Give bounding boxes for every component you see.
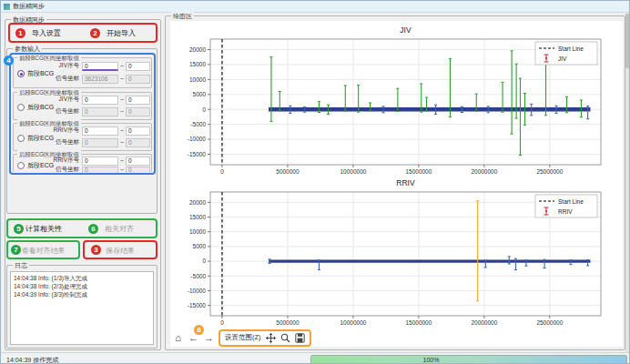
- log-group-title: 日志: [13, 261, 29, 269]
- svg-text:-15000: -15000: [188, 151, 207, 157]
- svg-text:15000: 15000: [189, 214, 206, 220]
- status-bar: 14:04:39 操作完成 100%: [1, 352, 629, 364]
- signal-coord-to-input: [126, 75, 150, 84]
- svg-text:0: 0: [220, 319, 224, 326]
- signal-coord-row-3: 信号坐标 ~: [50, 137, 150, 147]
- svg-text:20000: 20000: [189, 46, 206, 53]
- svg-text:5000000: 5000000: [276, 319, 300, 326]
- tilde-sep: ~: [120, 76, 124, 82]
- svg-text:20000000: 20000000: [471, 319, 497, 326]
- signal-coord-to-input-4: [126, 167, 150, 174]
- jiv-index-to-input-2[interactable]: [126, 96, 150, 105]
- som-badge-4: 4: [4, 56, 14, 66]
- som-badge-7: 7: [11, 245, 21, 255]
- som-badge-8: 8: [194, 325, 204, 335]
- svg-text:20000: 20000: [189, 199, 206, 206]
- rear-bcg-radio-dot[interactable]: [17, 104, 25, 111]
- signal-coord-from-input: [82, 75, 118, 84]
- svg-text:15000000: 15000000: [405, 319, 432, 326]
- svg-text:-5000: -5000: [190, 121, 206, 127]
- range-tool-annotation-box: 设置范围(Z): [218, 329, 311, 347]
- svg-text:-10000: -10000: [188, 288, 207, 294]
- rriv-index-row-1: RRIV序号 ~: [50, 126, 150, 136]
- home-icon[interactable]: ⌂: [172, 332, 184, 344]
- svg-text:20000000: 20000000: [471, 168, 497, 175]
- signal-coord-to-input-2: [126, 107, 150, 116]
- jiv-index-row-1: JIV序号 ~: [50, 61, 150, 71]
- pan-icon[interactable]: [266, 333, 276, 343]
- jiv-chart[interactable]: 0500000010000000150000002000000025000000…: [170, 21, 623, 177]
- signal-coord-from-input-4: [82, 167, 118, 174]
- progress-bar: 100%: [310, 355, 627, 364]
- svg-text:25000000: 25000000: [536, 319, 563, 326]
- section-front-bcg: 前段BCG区间坐标取值 前段BCG JIV序号 ~ 信号坐标 ~: [13, 57, 152, 88]
- svg-text:5000000: 5000000: [276, 168, 300, 175]
- rriv-index-from-input[interactable]: [82, 126, 118, 136]
- section-rear-ecg: 后段ECG区间坐标取值 后段ECG RRIV序号 ~ 信号坐标 ~: [13, 154, 152, 172]
- svg-text:0: 0: [202, 258, 206, 264]
- jiv-index-to-input[interactable]: [126, 62, 150, 71]
- rriv-index-to-input[interactable]: [126, 126, 150, 136]
- svg-text:RRIV: RRIV: [396, 178, 415, 187]
- svg-text:5000: 5000: [193, 243, 207, 249]
- svg-text:-10000: -10000: [188, 136, 207, 142]
- front-ecg-radio[interactable]: 前段ECG: [17, 134, 54, 143]
- som-badge-3: 3: [91, 245, 101, 255]
- svg-text:0: 0: [220, 168, 224, 175]
- scrollbar-thumb[interactable]: [625, 14, 629, 68]
- left-panel-group-title: 数据精同步: [11, 15, 46, 24]
- signal-coord-row-1: 信号坐标 ~: [50, 74, 150, 84]
- jiv-index-from-input-2[interactable]: [82, 96, 118, 105]
- svg-text:Start Line: Start Line: [558, 46, 584, 52]
- set-range-button[interactable]: 设置范围(Z): [225, 333, 261, 342]
- rriv-chart[interactable]: 0500000010000000150000002000000025000000…: [170, 177, 623, 329]
- svg-text:10000000: 10000000: [340, 168, 366, 175]
- rear-bcg-radio[interactable]: 后段BCG: [17, 103, 54, 112]
- jiv-index-row-2: JIV序号 ~: [50, 95, 150, 105]
- som-badge-1: 1: [15, 28, 25, 38]
- svg-text:5000: 5000: [193, 91, 207, 97]
- plot-canvas[interactable]: 0500000010000000150000002000000025000000…: [170, 21, 623, 347]
- tilde-sep: ~: [120, 63, 124, 69]
- svg-text:JIV: JIV: [558, 56, 567, 62]
- rriv-index-from-input-2[interactable]: [82, 157, 118, 166]
- log-line: 14:04:38 Info: (1/3)导入完成: [14, 274, 150, 282]
- svg-text:0: 0: [202, 106, 206, 113]
- section-front-ecg: 前段ECG区间坐标取值 前段ECG RRIV序号 ~ 信号坐标 ~: [13, 123, 152, 151]
- som-badge-6: 6: [88, 224, 98, 234]
- som-badge-2: 2: [90, 28, 100, 38]
- log-line: 14:04:38 Info: (2/3)处理完成: [14, 282, 150, 290]
- zoom-icon[interactable]: [280, 333, 290, 343]
- svg-text:-5000: -5000: [190, 273, 206, 279]
- svg-text:10000: 10000: [189, 228, 206, 235]
- forward-arrow-icon[interactable]: →: [203, 332, 215, 344]
- log-listbox[interactable]: 14:04:38 Info: (1/3)导入完成 14:04:38 Info: …: [10, 271, 154, 345]
- front-bcg-radio-dot[interactable]: [17, 70, 25, 77]
- save-icon[interactable]: [295, 333, 305, 343]
- rear-ecg-radio[interactable]: 后段ECG: [17, 161, 54, 170]
- progress-label: 100%: [423, 357, 440, 363]
- signal-coord-to-input-3: [126, 138, 150, 147]
- rriv-index-to-input-2[interactable]: [126, 157, 150, 166]
- log-line: 14:04:39 Info: (3/3)绘制完成: [14, 290, 150, 298]
- app-icon: [4, 4, 10, 10]
- signal-coord-label: 信号坐标: [50, 75, 79, 83]
- svg-text:10000: 10000: [189, 76, 206, 83]
- jiv-index-from-input[interactable]: [82, 62, 118, 71]
- signal-coord-from-input-2: [82, 107, 118, 116]
- status-text: 14:04:39 操作完成: [6, 356, 58, 364]
- svg-text:Start Line: Start Line: [558, 198, 584, 205]
- rear-ecg-radio-dot[interactable]: [17, 162, 25, 169]
- section-rear-bcg: 后段BCG区间坐标取值 后段BCG JIV序号 ~ 信号坐标 ~: [13, 92, 152, 120]
- title-bar: 数据精同步: [1, 1, 629, 13]
- right-scrollbar[interactable]: [625, 14, 629, 352]
- front-bcg-radio[interactable]: 前段BCG: [17, 69, 54, 78]
- svg-text:10000000: 10000000: [340, 319, 366, 326]
- rriv-index-row-2: RRIV序号 ~: [50, 156, 150, 166]
- plot-panel-group-title: 绘图区: [171, 12, 194, 20]
- svg-text:JIV: JIV: [400, 25, 412, 35]
- app-window: 数据精同步 数据精同步 导入设置 1 开始导入 2 参数输入 4 前段BCG区间…: [0, 0, 630, 364]
- front-ecg-radio-dot[interactable]: [17, 135, 25, 142]
- svg-text:15000000: 15000000: [405, 168, 432, 175]
- signal-coord-from-input-3: [82, 138, 118, 147]
